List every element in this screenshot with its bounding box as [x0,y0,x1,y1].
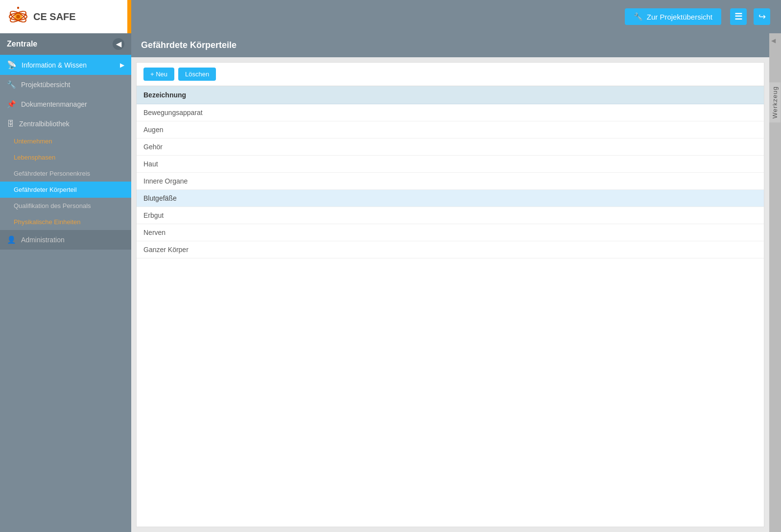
werkzeug-label[interactable]: Werkzeug [769,82,781,122]
table-row[interactable]: Nerven [137,224,764,241]
sidebar-back-button[interactable]: ◀ [113,38,124,50]
content-header: Gefährdete Körperteile [131,33,769,57]
table-row[interactable]: Augen [137,121,764,139]
sub-item-label: Gefährdeter Körperteil [14,186,77,193]
sub-item-label: Unternehmen [14,138,52,145]
sidebar-zentrale: Zentrale ◀ [0,33,131,55]
top-header: CE SAFE 🔧 Zur Projektübersicht ☰ ↪ [0,0,781,33]
bezeichnung-column: Bezeichnung [143,91,186,99]
svg-point-15 [17,7,19,9]
menu-button[interactable]: ☰ [730,8,747,25]
table-rows-container: BewegungsapparatAugenGehörHautInnere Org… [137,104,764,258]
sidebar-sub-qualifikation[interactable]: Qualifikation des Personals [0,198,131,214]
pin-icon: 📌 [7,100,16,109]
table-row[interactable]: Ganzer Körper [137,241,764,258]
table-row[interactable]: Bewegungsapparat [137,104,764,121]
table-row[interactable]: Gehör [137,139,764,156]
toolbar: + Neu Löschen [137,63,764,86]
sidebar-item-zentralbibliothek[interactable]: 🗄 Zentralbibliothek [0,114,131,133]
database-icon: 🗄 [7,119,14,128]
content-body: + Neu Löschen Bezeichnung Bewegungsappar… [136,62,764,527]
header-spacer [131,0,625,33]
table-row[interactable]: Haut [137,156,764,173]
content-area: Gefährdete Körperteile + Neu Löschen Bez… [131,33,769,532]
logo-text: CE SAFE [33,11,76,23]
wrench-icon: 🔧 [7,80,16,89]
table-row[interactable]: Innere Organe [137,173,764,190]
chevron-right-icon: ▶ [120,62,124,69]
logo-area: CE SAFE [0,0,127,33]
sidebar-sub-lebensphasen[interactable]: Lebensphasen [0,149,131,165]
werkzeug-tab: ◀ Werkzeug [769,33,781,532]
user-icon: 👤 [7,235,16,244]
svg-point-9 [16,15,20,19]
sidebar-item-dokumentenmanager[interactable]: 📌 Dokumentenmanager [0,94,131,114]
loeschen-button[interactable]: Löschen [178,68,216,81]
sidebar-administration[interactable]: 👤 Administration [0,230,131,250]
sidebar-item-projektuebersicht[interactable]: 🔧 Projektübersicht [0,75,131,94]
page-title: Gefährdete Körperteile [141,40,237,50]
sub-item-label: Physikalische Einheiten [14,218,81,226]
sidebar-sub-unternehmen[interactable]: Unternehmen [0,133,131,149]
neu-button[interactable]: + Neu [143,68,174,81]
svg-point-13 [10,14,12,16]
sidebar: Zentrale ◀ 📡 Information & Wissen ▶ 🔧 Pr… [0,33,131,532]
admin-label: Administration [21,236,65,244]
sidebar-item-label: Dokumentenmanager [21,100,87,108]
rss-icon: 📡 [7,60,17,69]
table-row[interactable]: Blutgefäße [137,190,764,207]
sidebar-item-label: Projektübersicht [21,81,70,89]
sidebar-item-label: Information & Wissen [22,61,87,69]
sidebar-sub-gefaehrdeter-koerperteil[interactable]: Gefährdeter Körperteil [0,182,131,198]
table-header: Bezeichnung [137,86,764,104]
project-btn-label: Zur Projektübersicht [647,13,712,21]
exit-button[interactable]: ↪ [754,8,770,25]
sidebar-item-information-wissen[interactable]: 📡 Information & Wissen ▶ [0,55,131,75]
sidebar-sub-physikalische-einheiten[interactable]: Physikalische Einheiten [0,214,131,230]
zentrale-label: Zentrale [7,40,37,48]
logo-svg [8,6,28,27]
sub-item-label: Gefährdeter Personenkreis [14,170,90,177]
main-area: Zentrale ◀ 📡 Information & Wissen ▶ 🔧 Pr… [0,33,781,532]
sub-item-label: Lebensphasen [14,154,55,161]
svg-point-14 [24,14,26,16]
sidebar-sub-gefaehrdeter-personenkreis[interactable]: Gefährdeter Personenkreis [0,165,131,182]
sub-item-label: Qualifikation des Personals [14,202,91,209]
table-row[interactable]: Erbgut [137,207,764,224]
project-overview-button[interactable]: 🔧 Zur Projektübersicht [625,8,721,25]
sidebar-item-label: Zentralbibliothek [19,120,70,128]
wrench-icon: 🔧 [634,12,643,21]
orange-bar [127,0,131,33]
werkzeug-arrow-icon: ◀ [771,37,776,44]
